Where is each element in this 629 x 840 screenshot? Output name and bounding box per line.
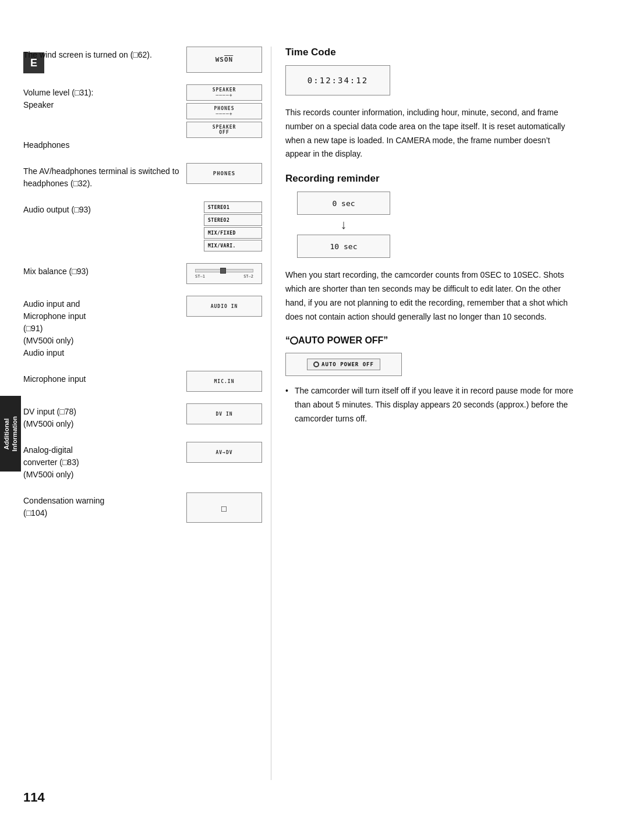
dv-input-text: DV input (□78)(MV500i only) (23, 403, 186, 430)
wind-screen-images: WSON (186, 47, 262, 73)
audio-input-section: Audio input andMicrophone input(□91)(MV5… (23, 296, 262, 359)
recording-reminder-description: When you start recording, the camcorder … (285, 268, 577, 324)
av-headphones-text: The AV/headphones terminal is switched t… (23, 163, 186, 190)
phones-screen: PHONES ────+ (186, 103, 262, 119)
headphones-label: Headphones (23, 139, 181, 151)
dv-input-section: DV input (□78)(MV500i only) DV IN (23, 403, 262, 430)
condensation-text: Condensation warning(□104) (23, 492, 186, 519)
volume-label: Volume level (□31):Speaker (23, 87, 181, 111)
stereo1-option: STEREO1 (204, 201, 262, 213)
audio-output-images: STEREO1 STEREO2 MIX/FIXED MIX/VARI. (204, 201, 262, 251)
slider-labels: ST–1 ST–2 (195, 274, 253, 279)
analog-digital-section: Analog-digitalconverter (□83)(MV500i onl… (23, 442, 262, 481)
mix-balance-text: Mix balance (□93) (23, 263, 186, 278)
audio-output-text: Audio output (□93) (23, 201, 204, 216)
dew-icon: ☐ (221, 502, 228, 514)
wind-screen-text: The wind screen is turned on (□62). (23, 47, 186, 61)
auto-power-bullet: The camcorder will turn itself off if yo… (285, 384, 577, 426)
audio-input-text: Audio input andMicrophone input(□91)(MV5… (23, 296, 186, 359)
rec-to-box: 10 sec (297, 235, 390, 258)
mic-input-section: Microphone input MIC.IN (23, 371, 262, 392)
mic-in-screen: MIC.IN (186, 371, 262, 392)
audio-options-list: STEREO1 STEREO2 MIX/FIXED MIX/VARI. (204, 201, 262, 251)
volume-text: Volume level (□31):Speaker Headphones (23, 84, 186, 151)
mic-input-text: Microphone input (23, 371, 186, 385)
auto-power-inner-display: AUTO POWER OFF (307, 359, 380, 370)
av-headphones-section: The AV/headphones terminal is switched t… (23, 163, 262, 190)
mix-fixed-option: MIX/FIXED (204, 227, 262, 239)
speaker-screen: SPEAKER ────+ (186, 84, 262, 101)
recording-reminder-heading: Recording reminder (285, 173, 577, 185)
av-dv-screen: AV→DV (186, 442, 262, 463)
phones-only-screen: PHONES (186, 163, 262, 184)
analog-digital-text: Analog-digitalconverter (□83)(MV500i onl… (23, 442, 186, 481)
slider-track (195, 269, 253, 272)
time-code-description: This records counter information, includ… (285, 106, 577, 161)
condensation-images: ☐ (186, 492, 262, 523)
slider-thumb (220, 268, 226, 274)
page-number: 114 (23, 790, 45, 805)
column-divider (271, 47, 271, 780)
mic-input-images: MIC.IN (186, 371, 262, 392)
slider-left-label: ST–1 (195, 274, 205, 279)
wind-screen-section: The wind screen is turned on (□62). WSON (23, 47, 262, 73)
sidebar-additional-info: AdditionalInformation (0, 396, 21, 472)
dv-in-screen: DV IN (186, 403, 262, 424)
rec-arrow: ↓ (341, 217, 347, 232)
slider-right-label: ST–2 (243, 274, 253, 279)
auto-power-off-section: “AUTO POWER OFF” AUTO POWER OFF The camc… (285, 335, 577, 426)
av-headphones-images: PHONES (186, 163, 262, 184)
audio-input-images: AUDIO IN (186, 296, 262, 317)
time-code-heading: Time Code (285, 47, 577, 58)
left-column: The wind screen is turned on (□62). WSON… (23, 47, 262, 534)
volume-images: SPEAKER ────+ PHONES ────+ SPEAKER OFF (186, 84, 262, 138)
auto-power-off-heading: “AUTO POWER OFF” (285, 335, 577, 346)
mix-balance-slider: ST–1 ST–2 (186, 263, 262, 284)
time-code-section: Time Code 0:12:34:12 This records counte… (285, 47, 577, 161)
analog-digital-images: AV→DV (186, 442, 262, 463)
audio-in-screen: AUDIO IN (186, 296, 262, 317)
mix-balance-section: Mix balance (□93) ST–1 ST–2 (23, 263, 262, 284)
speaker-off-screen: SPEAKER OFF (186, 122, 262, 138)
auto-power-display: AUTO POWER OFF (285, 353, 402, 376)
audio-output-section: Audio output (□93) STEREO1 STEREO2 MIX/F… (23, 201, 262, 251)
wson-screen: WSON (186, 47, 262, 73)
right-column: Time Code 0:12:34:12 This records counte… (285, 47, 600, 438)
recording-diagram: 0 sec ↓ 10 sec (285, 192, 402, 258)
dv-input-images: DV IN (186, 403, 262, 424)
stereo2-option: STEREO2 (204, 214, 262, 226)
volume-section: Volume level (□31):Speaker Headphones SP… (23, 84, 262, 151)
mix-vari-option: MIX/VARI. (204, 240, 262, 251)
timecode-display: 0:12:34:12 (285, 65, 390, 95)
condensation-screen: ☐ (186, 492, 262, 523)
rec-from-box: 0 sec (297, 192, 390, 215)
recording-reminder-section: Recording reminder 0 sec ↓ 10 sec When y… (285, 173, 577, 324)
condensation-section: Condensation warning(□104) ☐ (23, 492, 262, 523)
mix-balance-images: ST–1 ST–2 (186, 263, 262, 284)
